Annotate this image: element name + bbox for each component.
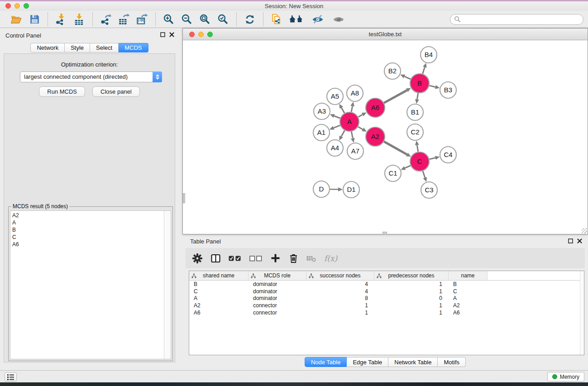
table-cell[interactable]: 1 bbox=[374, 288, 449, 295]
graph-node-B3[interactable]: B3 bbox=[440, 82, 456, 98]
table-cell[interactable]: dominator bbox=[249, 288, 306, 295]
table-cell[interactable]: A6 bbox=[189, 310, 249, 316]
export-network-icon[interactable] bbox=[99, 13, 113, 26]
table-cell[interactable]: A bbox=[189, 295, 249, 301]
mcds-result-item[interactable]: A bbox=[12, 219, 171, 226]
graph-node-C[interactable]: C bbox=[410, 152, 429, 171]
graph-edge-A-A5[interactable] bbox=[341, 108, 344, 113]
result-list-scrollbar[interactable] bbox=[164, 211, 171, 359]
graph-node-B4[interactable]: B4 bbox=[421, 47, 437, 63]
graph-edge-C-C2[interactable] bbox=[417, 145, 418, 152]
float-panel-icon[interactable] bbox=[160, 32, 165, 37]
add-column-icon[interactable] bbox=[270, 253, 281, 264]
table-cell[interactable]: 1 bbox=[374, 281, 449, 287]
table-cell[interactable]: dominator bbox=[249, 281, 306, 287]
graph-edge-C-C3[interactable] bbox=[423, 171, 425, 178]
graph-node-B[interactable]: B bbox=[410, 74, 429, 93]
graph-node-C4[interactable]: C4 bbox=[440, 147, 456, 163]
graph-edge-B-B3[interactable] bbox=[429, 86, 435, 87]
tab-style[interactable]: Style bbox=[65, 43, 90, 52]
function-builder-icon[interactable]: f(x) bbox=[324, 254, 337, 263]
network-canvas[interactable]: B4B2BB3B1A5A8A6A3AA1C2A2A4A7C4CC1C3DD1 bbox=[183, 40, 588, 234]
mcds-result-list[interactable]: A2ABCA6 bbox=[10, 210, 171, 359]
table-cell[interactable]: 0 bbox=[374, 295, 449, 301]
graph-edge-C-C4[interactable] bbox=[429, 158, 435, 159]
graph-node-A7[interactable]: A7 bbox=[347, 143, 363, 159]
network-window-titlebar[interactable]: testGlobe.txt bbox=[183, 29, 588, 40]
table-row[interactable]: Adominator80A bbox=[189, 295, 584, 302]
graph-edge-A-A1[interactable] bbox=[334, 125, 340, 128]
table-cell[interactable]: A2 bbox=[189, 302, 249, 309]
table-cell[interactable]: 1 bbox=[306, 310, 374, 316]
import-network-icon[interactable] bbox=[54, 13, 68, 26]
table-row[interactable]: A2connector11A2 bbox=[189, 302, 584, 309]
close-panel-icon[interactable] bbox=[169, 32, 174, 37]
graph-node-A1[interactable]: A1 bbox=[313, 124, 330, 141]
table-settings-gear-icon[interactable] bbox=[192, 253, 203, 264]
task-history-button[interactable] bbox=[5, 372, 17, 381]
mcds-result-item[interactable]: C bbox=[12, 234, 171, 241]
table-cell[interactable]: 1 bbox=[374, 302, 449, 309]
table-row[interactable]: Bdominator41B bbox=[189, 281, 584, 288]
graph-edge-A-A2[interactable] bbox=[358, 127, 363, 129]
graph-edge-B-B2[interactable] bbox=[404, 76, 410, 79]
toggle-column-view-icon[interactable] bbox=[210, 253, 221, 264]
mcds-result-item[interactable]: B bbox=[12, 226, 171, 234]
zoom-fit-icon[interactable] bbox=[198, 13, 212, 26]
column-header-predecessor-nodes[interactable]: predecessor nodes bbox=[374, 271, 449, 280]
import-table-icon[interactable] bbox=[72, 13, 86, 26]
graph-node-B1[interactable]: B1 bbox=[407, 104, 423, 120]
hide-selected-icon[interactable] bbox=[310, 13, 326, 26]
mcds-result-item[interactable]: A2 bbox=[12, 212, 171, 219]
table-cell[interactable]: 4 bbox=[306, 281, 374, 287]
column-header-shared-name[interactable]: shared name bbox=[189, 271, 249, 280]
graph-edge-C-C1[interactable] bbox=[405, 166, 411, 168]
export-table-icon[interactable] bbox=[117, 13, 131, 26]
graph-node-A3[interactable]: A3 bbox=[314, 103, 330, 119]
export-image-icon[interactable] bbox=[135, 13, 149, 26]
table-cell[interactable]: 4 bbox=[306, 288, 374, 295]
close-panel-button[interactable]: Close panel bbox=[92, 86, 140, 97]
show-all-icon[interactable] bbox=[330, 13, 347, 26]
run-mcds-button[interactable]: Run MCDS bbox=[39, 86, 85, 97]
graph-node-A5[interactable]: A5 bbox=[327, 88, 343, 105]
tab-node-table[interactable]: Node Table bbox=[305, 357, 347, 367]
graph-edge-A2-C[interactable] bbox=[384, 142, 407, 155]
tab-network[interactable]: Network bbox=[30, 43, 65, 52]
tab-network-table[interactable]: Network Table bbox=[388, 357, 438, 367]
graph-node-A6[interactable]: A6 bbox=[366, 98, 385, 117]
graph-node-A8[interactable]: A8 bbox=[347, 85, 363, 101]
table-cell[interactable]: dominator bbox=[249, 295, 306, 301]
graph-node-A2[interactable]: A2 bbox=[366, 127, 385, 146]
table-cell[interactable]: A bbox=[449, 295, 488, 301]
dropdown-stepper-icon[interactable] bbox=[153, 71, 162, 82]
graph-edge-A-A7[interactable] bbox=[351, 132, 353, 138]
optimization-criterion-dropdown[interactable]: largest connected component (directed) bbox=[20, 71, 162, 82]
first-neighbors-icon[interactable] bbox=[288, 13, 305, 26]
column-header-successor-nodes[interactable]: successor nodes bbox=[306, 271, 374, 280]
table-cell[interactable]: C bbox=[449, 288, 488, 295]
save-session-icon[interactable] bbox=[28, 13, 41, 26]
column-header-name[interactable]: name bbox=[449, 271, 488, 280]
graph-node-A4[interactable]: A4 bbox=[327, 140, 343, 156]
table-cell[interactable]: 1 bbox=[306, 302, 374, 309]
tab-motifs[interactable]: Motifs bbox=[438, 357, 466, 367]
tab-select[interactable]: Select bbox=[90, 43, 119, 52]
graph-edge-B-B1[interactable] bbox=[417, 93, 418, 100]
table-cell[interactable]: 1 bbox=[374, 310, 449, 316]
graph-node-C3[interactable]: C3 bbox=[421, 182, 437, 198]
graph-node-A[interactable]: A bbox=[340, 112, 359, 131]
graph-node-D1[interactable]: D1 bbox=[343, 181, 359, 198]
graph-edge-A-A4[interactable] bbox=[341, 130, 344, 136]
table-cell[interactable]: connector bbox=[249, 302, 306, 309]
open-file-icon[interactable] bbox=[10, 13, 23, 26]
zoom-in-icon[interactable] bbox=[162, 13, 176, 26]
zoom-selected-icon[interactable] bbox=[216, 13, 230, 26]
table-row[interactable]: Cdominator41C bbox=[189, 288, 584, 295]
table-cell[interactable]: C bbox=[189, 288, 249, 295]
graph-node-D[interactable]: D bbox=[313, 181, 330, 197]
mcds-result-item[interactable]: A6 bbox=[12, 241, 171, 248]
table-cell[interactable]: connector bbox=[249, 310, 306, 316]
graph-edge-B-B4[interactable] bbox=[423, 67, 425, 74]
zoom-out-icon[interactable] bbox=[180, 13, 194, 26]
